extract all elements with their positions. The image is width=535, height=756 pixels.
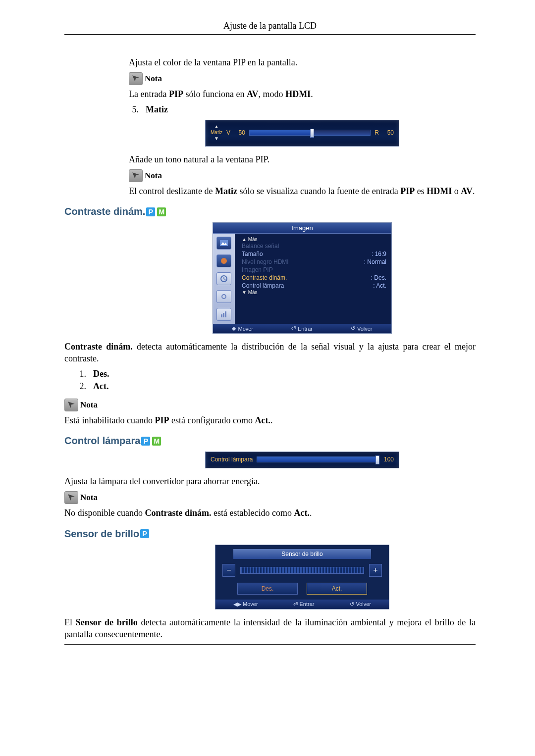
- pip-color-desc: Ajusta el color de la ventana PIP en la …: [129, 56, 476, 68]
- text: Contraste dinám.: [145, 508, 211, 518]
- contraste-note-text: Está inhabilitado cuando PIP está config…: [64, 414, 476, 426]
- sidebar-gear-icon[interactable]: [216, 290, 231, 303]
- osd-item-tamano[interactable]: Tamaño: 16:9: [242, 250, 386, 258]
- svg-rect-5: [221, 314, 222, 317]
- option-act: Act.: [93, 381, 108, 392]
- matiz-heading: Matiz: [146, 104, 168, 115]
- slider-right-letter: R: [374, 129, 379, 136]
- text: El: [64, 617, 76, 627]
- osd-menu-title: Imagen: [213, 223, 391, 234]
- text: Nivel negro HDMI: [242, 258, 289, 265]
- text: .: [270, 415, 273, 425]
- badge-p-icon: P: [146, 207, 155, 216]
- sensor-panel-title: Sensor de brillo: [233, 549, 371, 559]
- osd-down-more[interactable]: ▼ Más: [242, 290, 386, 295]
- osd-item-control-lampara[interactable]: Control lámpara: Act.: [242, 282, 386, 290]
- osd-item-contraste-dinam[interactable]: Contraste dinám.: Des.: [242, 274, 386, 282]
- text: Volver: [356, 601, 371, 607]
- note-icon: [129, 72, 143, 85]
- text: AV: [461, 186, 473, 196]
- slider-left-value: 50: [234, 129, 245, 136]
- footer-back: ↺ Volver: [350, 601, 371, 607]
- badge-p-icon: P: [141, 437, 150, 446]
- badge-m-icon: M: [152, 437, 161, 446]
- text: AV: [247, 89, 259, 99]
- note-label: Nota: [80, 400, 98, 410]
- svg-rect-7: [225, 311, 226, 317]
- text: , modo: [259, 89, 286, 99]
- slider-thumb[interactable]: [375, 455, 379, 464]
- badge-p-icon: P: [140, 529, 149, 538]
- slider-right-value: 50: [383, 129, 394, 136]
- matiz-note-text: El control deslizante de Matiz sólo se v…: [129, 185, 476, 197]
- text: .: [311, 89, 313, 99]
- text: Tamaño: [242, 251, 263, 257]
- matiz-desc: Añade un tono natural a la ventana PIP.: [129, 153, 476, 165]
- slider-thumb[interactable]: [310, 129, 314, 138]
- minus-button[interactable]: −: [222, 564, 235, 577]
- text: Entrar: [300, 601, 315, 607]
- section-title: Sensor de brillo: [64, 528, 139, 540]
- sidebar-picture-icon[interactable]: [216, 237, 231, 250]
- text: PIP: [400, 186, 415, 196]
- section-title: Contraste dinám.: [64, 206, 145, 217]
- text: No disponible cuando: [64, 508, 145, 518]
- osd-item-imagen-pip[interactable]: Imagen PIP: [242, 266, 386, 274]
- lampara-note-text: No disponible cuando Contraste dinám. es…: [64, 507, 476, 519]
- text: es: [415, 186, 427, 196]
- sidebar-speaker-icon[interactable]: [216, 254, 231, 267]
- slider-fill: [257, 457, 378, 462]
- badge-m-icon: M: [157, 207, 166, 216]
- text: Control lámpara: [242, 282, 284, 289]
- matiz-slider-track[interactable]: [249, 130, 371, 136]
- section-control-lampara: Control lámpara P M: [64, 435, 476, 447]
- section-sensor-brillo: Sensor de brillo P: [64, 528, 476, 540]
- text: sólo se visualiza cuando la fuente de en…: [237, 186, 400, 196]
- slider-label: Control lámpara: [211, 456, 253, 463]
- slider-left-letter: V: [226, 129, 230, 136]
- footer-rule: [64, 644, 476, 645]
- osd-list: ▲ Más Balance señal Tamaño: 16:9 Nivel n…: [235, 234, 391, 324]
- note-label: Nota: [145, 74, 162, 84]
- osd-footer: ◆ Mover ⏎ Entrar ↺ Volver: [213, 324, 391, 333]
- osd-up-more[interactable]: ▲ Más: [242, 237, 386, 242]
- text: El control deslizante de: [129, 186, 215, 196]
- text: Act.: [294, 508, 309, 518]
- text: PIP: [155, 415, 169, 425]
- text: Normal: [367, 258, 386, 265]
- footer-move: ◆ Mover: [232, 325, 253, 332]
- osd-item-balance[interactable]: Balance señal: [242, 242, 386, 250]
- section-contraste-dinam: Contraste dinám. P M: [64, 206, 476, 217]
- osd-item-nivel-negro[interactable]: Nivel negro HDMI: Normal: [242, 258, 386, 266]
- sensor-desc: El Sensor de brillo detecta automáticame…: [64, 616, 476, 641]
- slider-label: Matiz: [211, 130, 222, 135]
- contraste-desc: Contraste dinám. detecta automáticamente…: [64, 341, 476, 365]
- text: Contraste dinám.: [242, 274, 287, 281]
- text: Imagen PIP: [242, 266, 273, 273]
- text: Está inhabilitado cuando: [64, 415, 155, 425]
- text: .: [310, 508, 312, 518]
- sidebar-clock-icon[interactable]: [216, 272, 231, 285]
- up-down-arrows-icon: ▲Matiz▼: [211, 124, 222, 141]
- text: PIP: [169, 89, 183, 99]
- matiz-slider-osd: ▲Matiz▼ V 50 R 50: [205, 120, 399, 147]
- sensor-level-bar[interactable]: [240, 567, 364, 574]
- lampara-slider-osd: Control lámpara 100: [205, 452, 399, 468]
- footer-back: ↺ Volver: [351, 325, 373, 332]
- list-number: 5.: [130, 104, 139, 115]
- sensor-on-button[interactable]: Act.: [307, 583, 367, 595]
- text: Entrar: [298, 326, 313, 332]
- plus-button[interactable]: +: [369, 564, 382, 577]
- footer-move: ◀▶ Mover: [233, 601, 258, 607]
- note-icon: [64, 491, 78, 504]
- page-header-title: Ajuste de la pantalla LCD: [64, 21, 476, 31]
- section-title: Control lámpara: [64, 435, 140, 447]
- sensor-off-button[interactable]: Des.: [237, 583, 298, 595]
- osd-sidebar: [213, 234, 235, 324]
- note-label: Nota: [145, 171, 162, 181]
- text: Matiz: [215, 186, 237, 196]
- sidebar-chart-icon[interactable]: [216, 308, 231, 321]
- list-number: 1.: [77, 369, 86, 379]
- sensor-brillo-panel: Sensor de brillo − + Des. Act. ◀▶ Mover …: [215, 545, 389, 609]
- lampara-slider-track[interactable]: [257, 456, 379, 462]
